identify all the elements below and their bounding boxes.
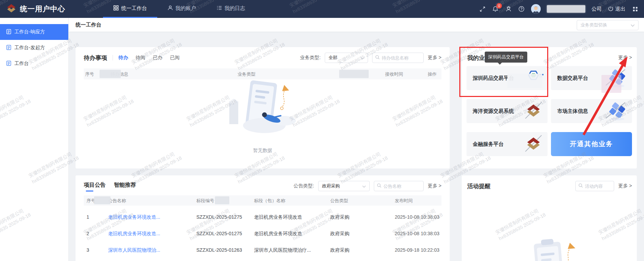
project-announcement-panel: 项目公告 智能推荐 公告类型: 政府采购 更多 > (76, 175, 450, 261)
tab-project-announcement[interactable]: 项目公告 (84, 182, 106, 191)
nav-tab-workbench[interactable]: 统一工作台 (103, 0, 157, 18)
col-action: 操作 (428, 71, 437, 77)
todo-table-header: 序号 待办信息 业务类型 接收时间 操作 (84, 68, 441, 79)
fullscreen-icon[interactable] (479, 6, 486, 12)
todo-tab-toread[interactable]: 待阅 (136, 55, 145, 61)
open-other-business-button[interactable]: 开通其他业务 (551, 132, 632, 156)
cell-type: 政府采购 (330, 231, 349, 237)
col-section-no: 标段编号 (196, 198, 214, 204)
notification-badge: 0 (496, 3, 502, 9)
sidebar-item-workbench[interactable]: 工作台 (0, 56, 68, 72)
logout-button[interactable]: 退出 (608, 6, 625, 12)
redacted-text (215, 196, 229, 204)
cell-time: 2025-10-08 10:38:03 (395, 231, 439, 236)
cell-type: 政府采购 (330, 247, 349, 253)
todo-search-input[interactable] (382, 55, 421, 61)
announcement-row[interactable]: 3 深圳市人民医院物理治... SZZXDL-2025-01263 深圳市人民医… (84, 242, 441, 259)
cell-type: 政府采购 (330, 214, 349, 220)
my-business-more-link[interactable]: 更多 > (618, 55, 632, 61)
business-card-label: 深圳药品交易平台 (467, 75, 514, 81)
todo-search-box (372, 53, 424, 63)
col-business-type: 业务类型 (238, 71, 255, 77)
announcement-row[interactable]: 1 老旧机房业务环境改造... SZZXDL-2025-01275 老旧机房业务… (84, 209, 441, 226)
business-type-filter-label: 业务类型: (300, 55, 321, 61)
navbar-right: 0 (479, 4, 644, 14)
unified-user-center-app: 统一用户中心 统一工作台 我的账户 (0, 0, 644, 261)
todo-more-link[interactable]: 更多 > (428, 55, 441, 61)
my-business-panel: 我的业务 更多 > 深圳药品交易平台 数据交易平台 (462, 47, 637, 168)
nav-tab-label: 统一工作台 (121, 5, 147, 12)
business-type-value: 全部 (329, 55, 337, 61)
logout-label: 退出 (615, 6, 625, 12)
cell-announce-link[interactable]: 老旧机房业务环境改造... (108, 214, 160, 220)
business-card-ocean-resources[interactable]: 海洋资源交易系统 (467, 99, 548, 123)
tooltip-pharma-platform: 深圳药品交易平台 (485, 52, 527, 63)
announce-search-input[interactable] (383, 184, 421, 189)
apps-grid-icon[interactable] (632, 6, 639, 12)
activity-search-input[interactable] (585, 184, 611, 189)
chevron-down-icon (360, 55, 364, 61)
document-icon (6, 61, 11, 67)
redacted-text (339, 70, 369, 78)
search-icon (578, 183, 583, 189)
brand-logo-icon (6, 3, 16, 15)
announce-type-select[interactable]: 政府采购 (318, 181, 370, 191)
cell-seq: 3 (87, 247, 89, 253)
search-icon (377, 183, 381, 189)
cell-seq: 1 (87, 214, 89, 220)
sidebar-item-label: 工作台-发起方 (14, 45, 45, 51)
cell-section-name: 老旧机房业务环境改造 (254, 214, 302, 220)
cell-announce-link[interactable]: 深圳市人民医院物理治... (108, 247, 160, 253)
divider (113, 55, 113, 61)
activity-title: 活动提醒 (467, 182, 491, 190)
brand: 统一用户中心 (0, 3, 103, 15)
type-switch-placeholder: 业务类型切换 (580, 22, 607, 28)
nav-tab-journal[interactable]: 我的日志 (206, 0, 255, 18)
power-icon (608, 6, 613, 12)
page-title: 统一工作台 (76, 22, 101, 28)
top-navbar: 统一用户中心 统一工作台 我的账户 (0, 0, 644, 18)
cell-announce-link[interactable]: 老旧机房业务环境改造... (108, 231, 160, 237)
sidebar-item-label: 工作台 (14, 61, 29, 67)
business-type-switch-select[interactable]: 业务类型切换 (577, 20, 639, 30)
business-card-market-entity[interactable]: 市场主体信息 (551, 99, 632, 123)
todo-tab-done[interactable]: 已办 (153, 55, 162, 61)
cell-time: 2025-10-08 10:38:03 (395, 214, 439, 220)
cell-section-name: 老旧机房业务环境改造 (254, 231, 302, 237)
sidebar-item-workbench-responder[interactable]: 工作台-响应方 (0, 24, 68, 40)
announce-search-box (374, 181, 424, 191)
nav-tab-account[interactable]: 我的账户 (157, 0, 206, 18)
col-publish-time: 发布时间 (395, 198, 413, 204)
customer-service-icon[interactable] (505, 6, 512, 12)
activity-empty-illustration (529, 237, 597, 261)
col-section-name: 标段（包）名称 (254, 198, 285, 204)
activity-more-link[interactable]: 更多 > (618, 183, 632, 189)
col-announce-name: 公告名称 (108, 198, 126, 204)
announcement-row[interactable]: 2 老旧机房业务环境改造... SZZXDL-2025-01275 老旧机房业务… (84, 226, 441, 242)
business-type-select[interactable]: 全部 (325, 53, 368, 63)
user-avatar[interactable] (531, 4, 541, 14)
empty-illustration (223, 80, 302, 144)
todo-tab-read[interactable]: 已阅 (170, 55, 180, 61)
cell-section-name: 深圳市人民医院物理治疗... (254, 247, 311, 253)
chevron-down-icon (631, 22, 635, 28)
todo-tab-pending[interactable]: 待办 (118, 55, 128, 61)
cell-time: 2025-09-18 10:22:03 (395, 247, 439, 253)
chevron-down-icon (362, 183, 366, 189)
col-seq: 序号 (85, 71, 94, 77)
document-icon (6, 29, 11, 35)
announce-more-link[interactable]: 更多 > (428, 183, 441, 189)
announce-type-value: 政府采购 (322, 183, 340, 189)
help-icon[interactable] (518, 6, 525, 12)
business-card-pharma[interactable]: 深圳药品交易平台 (467, 66, 548, 90)
pharma-hexagon-icon (524, 70, 544, 86)
activity-search-box (575, 181, 614, 191)
business-card-data-exchange[interactable]: 数据交易平台 (551, 66, 632, 90)
cell-seq: 2 (87, 231, 89, 236)
todo-panel: 待办事项 待办 待阅 已办 已阅 业务类型: 全部 (76, 47, 450, 168)
tab-smart-recommend[interactable]: 智能推荐 (114, 182, 136, 191)
red-gold-interlock-icon (523, 133, 544, 155)
business-card-finance[interactable]: 金融服务平台 (467, 132, 548, 156)
sidebar-item-workbench-initiator[interactable]: 工作台-发起方 (0, 40, 68, 56)
notification-bell-icon[interactable]: 0 (492, 6, 499, 12)
